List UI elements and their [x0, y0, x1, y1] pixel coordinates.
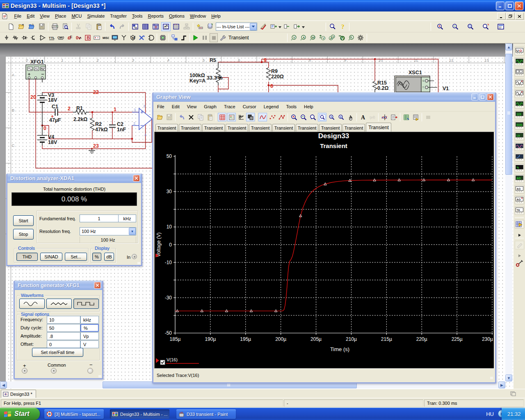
- taskbar-task-1[interactable]: [3] MultiSim - tapaszt...: [44, 409, 104, 419]
- grapher-maximize-button[interactable]: [479, 94, 486, 100]
- transistor-button[interactable]: [30, 33, 38, 42]
- agilent-function-generator-instrument[interactable]: AG: [515, 174, 524, 183]
- grapher-pan-button[interactable]: [346, 113, 355, 121]
- scroll-down-button[interactable]: ▼: [505, 374, 512, 381]
- grapher-graph-properties-button[interactable]: [237, 113, 245, 121]
- source-button[interactable]: [2, 33, 11, 42]
- grapher-undo-button[interactable]: [177, 113, 186, 121]
- xfg-resize-grip[interactable]: [98, 375, 101, 377]
- grapher-tab-7[interactable]: Transient: [296, 124, 318, 132]
- connector-button[interactable]: [147, 33, 155, 42]
- bode-plotter-instrument[interactable]: [515, 100, 524, 109]
- circuit-wizard-tool[interactable]: [515, 259, 524, 267]
- find-button[interactable]: [328, 22, 337, 31]
- start-button[interactable]: Start: [0, 408, 40, 420]
- back-annotate-button[interactable]: [282, 22, 291, 31]
- xda-db-button[interactable]: dB: [104, 253, 114, 261]
- xfg-close-button[interactable]: [94, 282, 101, 289]
- xfg-triangle-button[interactable]: [46, 299, 72, 309]
- grapher-page-properties-button[interactable]: {x,y}: [368, 113, 377, 121]
- menu-mcu[interactable]: MCU: [69, 12, 84, 20]
- xfg-sine-button[interactable]: [19, 299, 45, 309]
- ttl-button[interactable]: TTL: [48, 33, 56, 42]
- grapher-trace-linepoints-button[interactable]: [277, 113, 286, 121]
- misc-button[interactable]: MISC: [102, 33, 110, 42]
- grapher-menu-graph[interactable]: Graph: [200, 103, 220, 110]
- postprocessor-button[interactable]: [171, 22, 181, 31]
- four-channel-scope-instrument[interactable]: [515, 89, 524, 98]
- multimeter-instrument[interactable]: UΩ: [515, 47, 524, 55]
- xda-close-button[interactable]: [133, 175, 140, 182]
- grapher-menu-legend[interactable]: Legend: [260, 103, 283, 110]
- design-toolbox-button[interactable]: [130, 22, 140, 31]
- vertical-scrollbar[interactable]: ▲ ▼: [505, 43, 512, 381]
- grapher-paste-button[interactable]: [205, 113, 214, 121]
- xda-sinad-button[interactable]: SINAD: [40, 253, 62, 261]
- redo-button[interactable]: [117, 22, 127, 31]
- current-clamp-instrument[interactable]: [515, 241, 524, 249]
- grapher-trace-line-button[interactable]: [258, 113, 267, 121]
- bus-button[interactable]: [180, 33, 188, 42]
- oscilloscope-instrument[interactable]: [515, 79, 524, 87]
- close-button[interactable]: [515, 2, 523, 10]
- grapher-delete-button[interactable]: [187, 113, 195, 121]
- grapher-save-button[interactable]: [165, 113, 173, 121]
- mdi-minimize-button[interactable]: [497, 13, 506, 20]
- stop-simulation-button[interactable]: [210, 33, 218, 42]
- open-sample-button[interactable]: [27, 22, 36, 31]
- probe-diff-voltage-button[interactable]: V: [318, 33, 326, 42]
- grapher-minimize-button[interactable]: [471, 94, 478, 100]
- grapher-tab-9[interactable]: Transient: [342, 124, 365, 132]
- hierarchy-button[interactable]: [182, 22, 191, 31]
- basic-button[interactable]: [11, 33, 20, 42]
- agilent-oscilloscope-instrument[interactable]: AG: [515, 196, 524, 204]
- spreadsheet-view-button[interactable]: [141, 22, 150, 31]
- design-tab[interactable]: Design33 *: [1, 390, 36, 398]
- logic-converter-instrument[interactable]: Lb: [515, 132, 524, 140]
- grapher-zoom-restore-button[interactable]: [308, 113, 317, 121]
- menu-tools[interactable]: Tools: [129, 12, 145, 20]
- transfer-dropdown-arrow[interactable]: [278, 24, 281, 29]
- tray-language-indicator[interactable]: HU: [486, 408, 494, 420]
- wattmeter-instrument[interactable]: [515, 68, 524, 77]
- xfg-title-bar[interactable]: Function generator-XFG1: [15, 281, 102, 290]
- copy-button[interactable]: [84, 22, 93, 31]
- grapher-cursors-button[interactable]: [380, 113, 389, 121]
- chart-trace-V(16)[interactable]: [175, 180, 492, 311]
- grapher-tab-1[interactable]: Transient: [155, 124, 178, 132]
- grapher-menu-edit[interactable]: Edit: [168, 103, 183, 110]
- taskbar-task-3[interactable]: D33 transient - Paint: [176, 409, 236, 419]
- misc-digital-button[interactable]: d: [66, 33, 74, 42]
- xda-percent-button[interactable]: %: [92, 253, 101, 261]
- iv-analyzer-instrument[interactable]: [515, 153, 524, 162]
- simulation-profile-button[interactable]: [219, 33, 227, 42]
- xfg-plus-terminal[interactable]: [22, 368, 27, 374]
- maximize-button[interactable]: [505, 2, 514, 10]
- analog-button[interactable]: [39, 33, 47, 42]
- help-button[interactable]: ?: [338, 22, 347, 31]
- mdi-document-icon[interactable]: [2, 13, 8, 19]
- grapher-title-bar[interactable]: Grapher View: [153, 92, 495, 102]
- menu-transfer[interactable]: Transfer: [107, 12, 130, 20]
- grapher-zoom-in-button[interactable]: [290, 113, 298, 121]
- menu-reports[interactable]: Reports: [145, 12, 167, 20]
- grapher-zoom-x-button[interactable]: x: [327, 113, 336, 121]
- diode-button[interactable]: [21, 33, 29, 42]
- erc-check-button[interactable]: [258, 22, 268, 31]
- xda-start-button[interactable]: Start: [13, 215, 34, 226]
- grapher-zoom-out-button[interactable]: [299, 113, 308, 121]
- grapher-tab-10[interactable]: Transient: [366, 123, 391, 132]
- word-generator-instrument[interactable]: 0101: [515, 121, 524, 130]
- menu-view[interactable]: View: [37, 12, 52, 20]
- in-use-list-dropdown-icon[interactable]: [250, 23, 257, 30]
- tektronix-oscilloscope-instrument[interactable]: TK: [515, 206, 524, 215]
- menu-help[interactable]: Help: [209, 12, 224, 20]
- grapher-menu-file[interactable]: File: [153, 103, 168, 110]
- create-component-button[interactable]: [195, 22, 204, 31]
- xfg-dutycycle-input[interactable]: 50: [47, 324, 80, 332]
- xda-thd-button[interactable]: THD: [16, 253, 38, 261]
- mcu-button[interactable]: [159, 33, 167, 42]
- minimize-button[interactable]: [496, 2, 504, 10]
- xda-resolution-dropdown-icon[interactable]: ▼: [129, 228, 136, 235]
- menu-file[interactable]: File: [11, 12, 24, 20]
